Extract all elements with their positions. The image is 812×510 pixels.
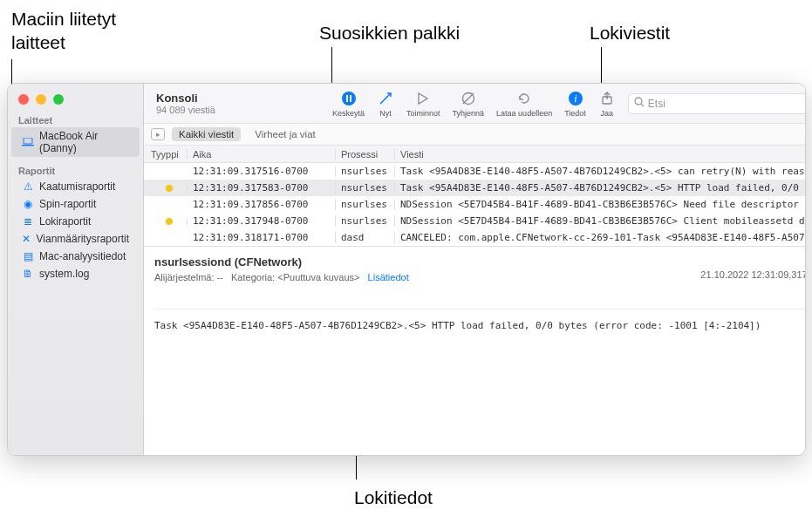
spin-icon: ◉	[22, 198, 34, 210]
laptop-icon	[22, 136, 34, 148]
sidebar-device-label: MacBook Air (Danny)	[39, 130, 129, 154]
window-title-block: Konsoli 94 089 viestiä	[151, 92, 325, 115]
sidebar-device-macbook[interactable]: MacBook Air (Danny)	[11, 127, 140, 157]
sidebar-section-devices: Laitteet	[8, 112, 143, 127]
actions-button[interactable]: Toiminnot	[401, 88, 446, 119]
table-row[interactable]: 12:31:09.317583-0700 nsurlses Task <95A4…	[144, 180, 806, 196]
table-header: Tyyppi Aika Prosessi Viesti	[144, 146, 806, 163]
search-placeholder: Etsi	[648, 98, 665, 110]
zoom-icon[interactable]	[53, 94, 64, 105]
sidebar-item-label: system.log	[39, 268, 89, 280]
callout-details: Lokitiedot	[354, 486, 433, 509]
filter-bar: ▸ Kaikki viestit Virheet ja viat	[144, 124, 806, 146]
pause-icon	[340, 90, 358, 107]
log-rows: 12:31:09.317516-0700 nsurlses Task <95A4…	[144, 163, 806, 246]
close-icon[interactable]	[18, 94, 29, 105]
svg-text:i: i	[574, 92, 577, 105]
callout-messages: Lokiviestit	[590, 21, 670, 44]
reload-icon	[515, 90, 533, 107]
callout-favorites: Suosikkien palkki	[319, 21, 460, 44]
warning-icon: ⚠︎	[22, 180, 34, 193]
sidebar-item-analytics[interactable]: ▤ Mac-analyysitiedot	[11, 248, 140, 265]
now-icon	[377, 90, 394, 107]
minimize-icon[interactable]	[36, 94, 46, 105]
svg-rect-4	[350, 95, 351, 102]
filter-errors[interactable]: Virheet ja viat	[248, 127, 322, 141]
sidebar-item-label: Spin-raportit	[39, 198, 96, 210]
search-icon	[634, 97, 645, 110]
toolbar: Konsoli 94 089 viestiä Keskeytä Nyt Toi	[144, 84, 806, 124]
detail-pane: VIRHE nsurlsessiond (CFNetwork) Alijärje…	[144, 246, 806, 349]
sidebar-item-log[interactable]: ≣ Lokiraportit	[11, 213, 140, 230]
info-button[interactable]: i Tiedot	[559, 88, 591, 119]
window-subtitle: 94 089 viestiä	[156, 105, 320, 115]
console-window: Laitteet MacBook Air (Danny) Raportit ⚠︎…	[7, 83, 806, 456]
svg-point-2	[342, 92, 356, 105]
column-time[interactable]: Aika	[188, 149, 336, 160]
filter-all-messages[interactable]: Kaikki viestit	[172, 127, 241, 141]
column-type[interactable]: Tyyppi	[144, 149, 188, 160]
warning-dot-icon	[166, 218, 173, 225]
share-button[interactable]: Jaa	[593, 88, 621, 119]
sidebar-item-label: Lokiraportit	[39, 215, 91, 228]
sidebar-item-systemlog[interactable]: 🗎 system.log	[11, 265, 140, 282]
main-content: Konsoli 94 089 viestiä Keskeytä Nyt Toi	[144, 84, 806, 455]
search-input[interactable]: Etsi	[628, 93, 806, 114]
callout-devices: Maciin liitetyt laitteet	[11, 7, 116, 55]
tools-icon: ✕	[22, 233, 31, 245]
warning-dot-icon	[166, 185, 173, 192]
clear-button[interactable]: Tyhjennä	[447, 88, 490, 119]
sidebar-section-reports: Raportit	[8, 162, 143, 178]
log-icon: ≣	[22, 215, 34, 228]
sidebar-toggle-icon[interactable]: ▸	[151, 128, 165, 140]
sidebar-item-crash[interactable]: ⚠︎ Kaatumisraportit	[11, 178, 140, 195]
table-row[interactable]: 12:31:09.317948-0700 nsurlses NDSession …	[144, 213, 806, 229]
table-row[interactable]: 12:31:09.317516-0700 nsurlses Task <95A4…	[144, 163, 806, 180]
svg-rect-3	[346, 95, 348, 102]
sidebar-item-label: Vianmääritysraportit	[37, 233, 130, 245]
reload-button[interactable]: Lataa uudelleen	[491, 88, 557, 119]
sidebar-item-label: Mac-analyysitiedot	[39, 250, 126, 262]
info-icon: i	[567, 90, 584, 107]
sidebar-item-label: Kaatumisraportit	[39, 180, 115, 193]
sidebar-item-spin[interactable]: ◉ Spin-raportit	[11, 195, 140, 213]
file-icon: 🗎	[22, 268, 34, 280]
sidebar-item-diag[interactable]: ✕ Vianmääritysraportit	[11, 230, 140, 248]
share-icon	[598, 90, 616, 107]
pause-button[interactable]: Keskeytä	[327, 88, 370, 119]
detail-more-link[interactable]: Lisätiedot	[368, 272, 409, 282]
clear-icon	[460, 90, 477, 107]
sidebar: Laitteet MacBook Air (Danny) Raportit ⚠︎…	[8, 84, 144, 455]
window-title: Konsoli	[156, 92, 320, 105]
window-controls	[8, 84, 143, 112]
detail-body: Task <95A4D83E-E140-48F5-A507-4B76D1249C…	[154, 309, 806, 331]
analytics-icon: ▤	[22, 250, 34, 262]
detail-timestamp: 21.10.2022 12:31:09,317583-0700	[700, 269, 806, 280]
svg-rect-0	[24, 138, 32, 144]
actions-icon	[414, 90, 432, 107]
table-row[interactable]: 12:31:09.317856-0700 nsurlses NDSession …	[144, 196, 806, 213]
svg-point-9	[635, 98, 642, 105]
column-message[interactable]: Viesti	[395, 149, 806, 160]
detail-title: nsurlsessiond (CFNetwork)	[154, 255, 806, 269]
column-process[interactable]: Prosessi	[336, 149, 395, 160]
svg-rect-1	[22, 145, 34, 146]
table-row[interactable]: 12:31:09.318171-0700 dasd CANCELED: com.…	[144, 229, 806, 246]
now-button[interactable]: Nyt	[372, 88, 399, 119]
